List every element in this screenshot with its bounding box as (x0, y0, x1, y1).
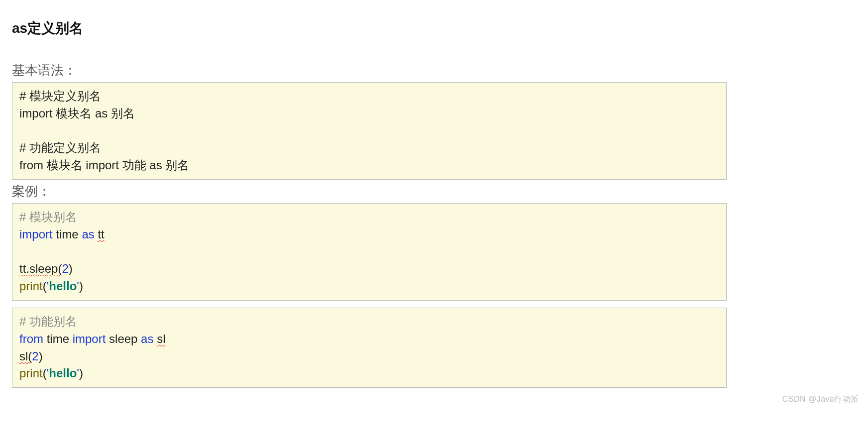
watermark: CSDN @Java行动派 (782, 394, 859, 405)
code-line: sl(2) (19, 348, 719, 365)
code-number: 2 (32, 349, 38, 363)
code-line: import 模块名 as 别名 (19, 105, 719, 122)
code-alias: sl (157, 332, 165, 345)
code-comment: # 模块别名 (19, 209, 719, 226)
code-text: ) (79, 279, 83, 293)
code-text: sl( (19, 349, 32, 363)
keyword-import: import (73, 332, 106, 345)
code-line: tt.sleep(2) (19, 260, 719, 278)
code-blank-line (19, 122, 719, 140)
code-line: print('hello') (19, 278, 719, 295)
code-comment: # 功能别名 (19, 313, 719, 331)
label-example: 案例： (12, 183, 856, 200)
code-text: time (53, 227, 82, 241)
code-text: ) (69, 262, 73, 275)
code-text: tt.sleep( (19, 262, 62, 275)
code-box-example-2: # 功能别名 from time import sleep as sl sl(2… (12, 308, 727, 388)
code-text: sleep (106, 332, 141, 345)
code-line: # 模块定义别名 (19, 88, 719, 105)
code-text: ) (39, 349, 43, 363)
code-text: time (43, 332, 73, 345)
keyword-from: from (19, 332, 43, 345)
code-line: from time import sleep as sl (19, 331, 719, 348)
code-line: from 模块名 import 功能 as 别名 (19, 157, 719, 174)
code-box-syntax: # 模块定义别名 import 模块名 as 别名 # 功能定义别名 from … (12, 82, 727, 180)
code-func: print (19, 366, 43, 380)
code-text: ( (43, 366, 47, 380)
code-line: import time as tt (19, 226, 719, 243)
code-text: ) (79, 366, 83, 380)
code-number: 2 (62, 262, 68, 275)
code-line: # 功能定义别名 (19, 139, 719, 157)
code-text: ( (43, 279, 47, 293)
code-blank-line (19, 243, 719, 261)
code-line: print('hello') (19, 365, 719, 382)
keyword-as: as (141, 332, 153, 345)
keyword-as: as (82, 227, 94, 241)
code-box-example-1: # 模块别名 import time as tt tt.sleep(2) pri… (12, 203, 727, 301)
code-string: hello (49, 279, 77, 293)
code-func: print (19, 279, 43, 293)
keyword-import: import (19, 227, 53, 241)
code-alias: tt (98, 227, 104, 241)
page-title: as定义别名 (12, 19, 856, 38)
code-string: hello (49, 366, 77, 380)
label-syntax: 基本语法： (12, 62, 856, 79)
